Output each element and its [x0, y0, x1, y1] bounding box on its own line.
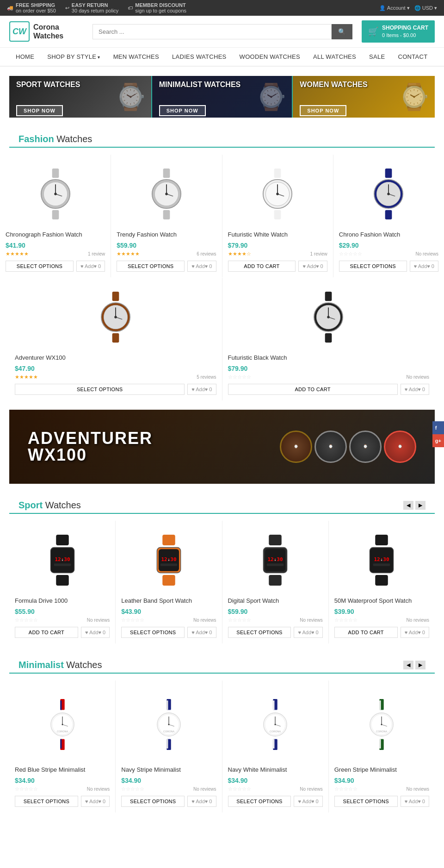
- svg-rect-56: [269, 535, 282, 545]
- review-count: No reviews: [407, 375, 429, 380]
- action-button[interactable]: SELECT OPTIONS: [15, 796, 78, 807]
- wishlist-button[interactable]: ♥ Add♥ 0: [298, 261, 327, 272]
- product-price: $41.90: [6, 242, 105, 249]
- action-button[interactable]: SELECT OPTIONS: [6, 261, 74, 272]
- nav-link-contact[interactable]: CONTACT: [391, 48, 434, 66]
- nav-link-home[interactable]: HOME: [9, 48, 41, 66]
- minimalist-next[interactable]: ▶: [415, 661, 426, 669]
- action-button[interactable]: SELECT OPTIONS: [228, 796, 291, 807]
- banner-minimalist[interactable]: ⌚ MINIMALIST WATCHES SHOP NOW: [151, 76, 293, 118]
- nav-item-wooden-watches[interactable]: WOODEN WATCHES: [233, 48, 307, 66]
- svg-text:12:30: 12:30: [374, 556, 389, 562]
- adventurer-line1: ADVENTURER: [28, 430, 153, 447]
- nav-link-all-watches[interactable]: ALL WATCHES: [307, 48, 363, 66]
- product-image: 12:30: [15, 528, 110, 593]
- nav-link-wooden-watches[interactable]: WOODEN WATCHES: [233, 48, 307, 66]
- svg-rect-103: [380, 739, 381, 748]
- svg-point-108: [381, 724, 382, 725]
- wishlist-button[interactable]: ♥ Add♥ 0: [81, 796, 110, 807]
- sport-product-card: 12:30 Leather Band Sport Watch $43.90 ☆☆…: [116, 521, 222, 643]
- return-info: ↩ EASY RETURN 30 days return policy: [65, 2, 119, 13]
- nav-link-sale[interactable]: SALE: [363, 48, 391, 66]
- wishlist-button[interactable]: ♥ Add♥ 0: [401, 627, 429, 638]
- wishlist-button[interactable]: ♥ Add♥ 0: [187, 261, 216, 272]
- sport-prev[interactable]: ◀: [403, 501, 413, 510]
- product-name: Trendy Fashion Watch: [117, 231, 216, 239]
- nav-item-home[interactable]: HOME: [9, 48, 41, 66]
- product-image: 12:30: [228, 528, 323, 593]
- logo[interactable]: CW Corona Watches: [9, 21, 83, 42]
- action-button[interactable]: SELECT OPTIONS: [121, 627, 185, 638]
- banner-women[interactable]: ⌚ WOMEN WATCHES SHOP NOW: [293, 76, 435, 118]
- sport-next[interactable]: ▶: [415, 501, 426, 510]
- banner-women-btn[interactable]: SHOP NOW: [300, 105, 346, 116]
- product-card: Futuristic White Watch $79.90 ★★★★☆ 1 re…: [222, 155, 333, 277]
- action-button[interactable]: SELECT OPTIONS: [15, 384, 185, 395]
- wishlist-button[interactable]: ♥ Add♥ 0: [187, 796, 216, 807]
- action-button[interactable]: ADD TO CART: [334, 627, 398, 638]
- currency-selector[interactable]: 🌐 USD ▾: [414, 5, 437, 11]
- product-name: 50M Waterproof Sport Watch: [334, 597, 429, 605]
- product-name: Green Stripe Minimalist: [334, 766, 429, 774]
- svg-text:12:30: 12:30: [268, 556, 283, 562]
- svg-rect-73: [60, 739, 62, 748]
- nav-item-sale[interactable]: SALE: [363, 48, 391, 66]
- wishlist-button[interactable]: ♥ Add♥ 0: [401, 796, 429, 807]
- wishlist-button[interactable]: ♥ Add♥ 0: [401, 384, 429, 395]
- product-stars: ☆☆☆☆☆ No reviews: [228, 374, 430, 380]
- cart-text: SHOPPING CART 0 Items - $0.00: [382, 24, 428, 39]
- action-button[interactable]: ADD TO CART: [228, 384, 398, 395]
- cart-button[interactable]: 🛒 SHOPPING CART 0 Items - $0.00: [362, 20, 435, 43]
- banner-sport-btn[interactable]: SHOP NOW: [16, 105, 63, 116]
- svg-point-6: [54, 193, 57, 195]
- banner-minimalist-btn[interactable]: SHOP NOW: [159, 105, 206, 116]
- review-count: No reviews: [407, 787, 429, 792]
- nav-item-ladies-watches[interactable]: LADIES WATCHES: [166, 48, 233, 66]
- nav-item-all-watches[interactable]: ALL WATCHES: [307, 48, 363, 66]
- banner-sport[interactable]: ⌚ SPORT WATCHES SHOP NOW: [9, 76, 151, 118]
- action-button[interactable]: SELECT OPTIONS: [117, 261, 185, 272]
- nav-link-shop-by-style[interactable]: SHOP BY STYLE: [41, 48, 106, 66]
- facebook-button[interactable]: f: [432, 421, 444, 434]
- adventurer-banner[interactable]: ADVENTURER WX100 ⌚ ⌚ ⌚ ⌚: [9, 410, 435, 484]
- product-image: [15, 285, 216, 350]
- product-image: 12:30: [334, 528, 429, 593]
- wishlist-button[interactable]: ♥ Add♥ 0: [76, 261, 105, 272]
- action-button[interactable]: SELECT OPTIONS: [121, 796, 185, 807]
- action-button[interactable]: SELECT OPTIONS: [334, 796, 398, 807]
- nav-item-contact[interactable]: CONTACT: [391, 48, 434, 66]
- wishlist-button[interactable]: ♥ Add♥ 0: [294, 627, 322, 638]
- svg-rect-35: [325, 292, 332, 301]
- search-input[interactable]: [92, 24, 332, 39]
- action-button[interactable]: SELECT OPTIONS: [339, 261, 407, 272]
- svg-text:CORONA: CORONA: [376, 730, 387, 733]
- fashion-row-2: Adventurer WX100 $47.90 ★★★★★ 5 reviews …: [9, 278, 435, 400]
- product-stars: ☆☆☆☆☆ No reviews: [15, 786, 110, 792]
- account-link[interactable]: 👤 Account ▾: [379, 5, 409, 11]
- search-button[interactable]: 🔍: [332, 24, 352, 39]
- banner-section: ⌚ SPORT WATCHES SHOP NOW ⌚ MINIMALIST WA…: [9, 76, 435, 118]
- action-button[interactable]: ADD TO CART: [15, 627, 78, 638]
- nav-item-men-watches[interactable]: MEN WATCHES: [107, 48, 166, 66]
- nav-item-shop-by-style[interactable]: SHOP BY STYLE: [41, 48, 106, 66]
- logo-icon: CW: [9, 21, 30, 42]
- wishlist-button[interactable]: ♥ Add♥ 0: [187, 384, 216, 395]
- action-button[interactable]: SELECT OPTIONS: [228, 627, 291, 638]
- nav-link-ladies-watches[interactable]: LADIES WATCHES: [166, 48, 233, 66]
- wishlist-button[interactable]: ♥ Add♥ 0: [81, 627, 110, 638]
- minimalist-prev[interactable]: ◀: [403, 661, 413, 669]
- google-plus-button[interactable]: g+: [432, 434, 444, 447]
- svg-rect-83: [166, 739, 168, 748]
- wishlist-button[interactable]: ♥ Add♥ 0: [410, 261, 438, 272]
- action-button[interactable]: ADD TO CART: [228, 261, 296, 272]
- nav-link-men-watches[interactable]: MEN WATCHES: [107, 48, 166, 66]
- svg-point-13: [165, 193, 168, 195]
- wishlist-button[interactable]: ♥ Add♥ 0: [294, 796, 322, 807]
- product-price: $34.90: [121, 777, 216, 784]
- shipping-icon: 🚚: [7, 5, 13, 11]
- product-image: [117, 162, 216, 226]
- review-count: No reviews: [87, 618, 110, 623]
- product-actions: SELECT OPTIONS ♥ Add♥ 0: [15, 384, 216, 395]
- wishlist-button[interactable]: ♥ Add♥ 0: [187, 627, 216, 638]
- product-name: Futuristic Black Watch: [228, 354, 430, 362]
